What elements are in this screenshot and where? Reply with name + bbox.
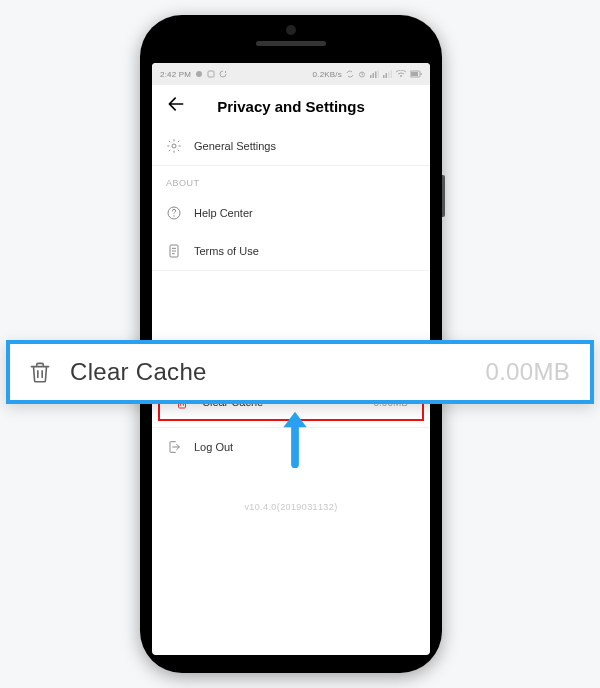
back-button[interactable] — [162, 90, 190, 122]
status-icon — [207, 70, 215, 78]
svg-point-15 — [172, 144, 176, 148]
svg-rect-4 — [373, 73, 375, 78]
arrow-down-icon — [280, 408, 310, 468]
row-terms-of-use[interactable]: Terms of Use — [152, 232, 430, 270]
svg-rect-1 — [208, 71, 214, 77]
svg-point-0 — [196, 71, 202, 77]
battery-icon — [410, 70, 422, 78]
status-bar: 2:42 PM 0.2KB/s — [152, 63, 430, 85]
trash-icon — [26, 358, 54, 386]
svg-rect-14 — [411, 72, 418, 76]
phone-side-button — [442, 175, 445, 217]
row-general-settings[interactable]: General Settings — [152, 127, 430, 165]
svg-rect-10 — [391, 70, 393, 78]
row-label: Log Out — [194, 441, 233, 453]
svg-rect-6 — [378, 70, 380, 78]
callout-value: 0.00MB — [485, 358, 570, 386]
status-time: 2:42 PM — [160, 70, 191, 79]
page-header: Privacy and Settings — [152, 85, 430, 127]
signal-icon — [383, 70, 392, 78]
callout-clear-cache: Clear Cache 0.00MB — [6, 340, 594, 404]
alarm-icon — [358, 70, 366, 78]
svg-point-11 — [400, 75, 402, 77]
row-label: Terms of Use — [194, 245, 259, 257]
signal-icon — [370, 70, 379, 78]
svg-point-17 — [173, 215, 174, 216]
gear-icon — [166, 138, 182, 154]
sync-icon — [346, 70, 354, 78]
status-net-rate: 0.2KB/s — [313, 70, 342, 79]
svg-rect-7 — [383, 75, 385, 78]
svg-rect-5 — [375, 72, 377, 79]
svg-rect-13 — [421, 73, 422, 75]
svg-rect-8 — [386, 73, 388, 78]
refresh-icon — [219, 70, 227, 78]
version-text: v10.4.0(2019031132) — [152, 502, 430, 512]
callout-label: Clear Cache — [70, 358, 207, 386]
svg-rect-3 — [370, 75, 372, 78]
wifi-icon — [396, 70, 406, 78]
row-help-center[interactable]: Help Center — [152, 194, 430, 232]
page-title: Privacy and Settings — [217, 98, 365, 115]
section-label-about: ABOUT — [152, 166, 430, 194]
help-icon — [166, 205, 182, 221]
document-icon — [166, 243, 182, 259]
svg-rect-9 — [388, 72, 390, 79]
arrow-left-icon — [166, 94, 186, 114]
status-icon — [195, 70, 203, 78]
overlay-spacer — [152, 271, 430, 341]
logout-icon — [166, 439, 182, 455]
row-label: Help Center — [194, 207, 253, 219]
row-label: General Settings — [194, 140, 276, 152]
